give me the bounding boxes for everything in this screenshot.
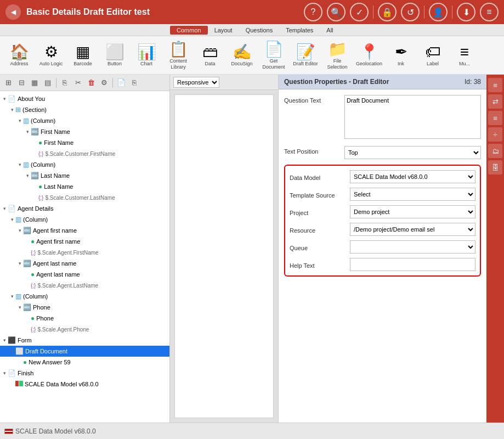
tree-node-finish[interactable]: ▾ 📄 Finish [0, 368, 169, 379]
tab-common[interactable]: Common [170, 26, 208, 35]
tree-node-phone-input[interactable]: ● Phone [0, 313, 169, 324]
toolbar-geolocation[interactable]: 📍 Geolocation [353, 38, 385, 72]
tree-node-phone-code[interactable]: {;} $.Scale.Agent.Phone [0, 324, 169, 335]
refresh-button[interactable]: ↺ [401, 3, 420, 21]
tree-node-lastname-input[interactable]: ● Last Name [0, 181, 169, 192]
toolbar-chart[interactable]: 📊 Chart [131, 38, 162, 72]
tree-node-about-you[interactable]: ▾ 📄 About You [0, 93, 169, 104]
search-button[interactable]: 🔍 [327, 3, 346, 21]
tree-node-firstname-label[interactable]: ▾ 🔤 First Name [0, 126, 169, 137]
tree-node-agentfirst-input[interactable]: ● Agent first name [0, 236, 169, 247]
arrow-column2[interactable]: ▾ [16, 162, 23, 167]
tree-node-column3[interactable]: ▾ ▥ (Column) [0, 214, 169, 225]
toolbar-autologic[interactable]: ⚙ Auto Logic [35, 38, 67, 72]
fr-btn-6[interactable]: 🗄 [488, 160, 502, 175]
tab-questions[interactable]: Questions [239, 26, 280, 35]
download-button[interactable]: ⬇ [457, 3, 475, 21]
lock-button[interactable]: 🔒 [378, 3, 397, 21]
menu-button[interactable]: ≡ [480, 3, 499, 21]
tab-all[interactable]: All [320, 26, 339, 35]
check-button[interactable]: ✓ [350, 3, 369, 21]
toolbar-barcode[interactable]: ▦ Barcode [67, 38, 99, 72]
delete-btn[interactable]: 🗑 [85, 77, 97, 89]
arrow-about-you[interactable]: ▾ [1, 96, 8, 102]
arrow-agent-details[interactable]: ▾ [1, 206, 8, 211]
tree-node-agent-details[interactable]: ▾ 📄 Agent Details [0, 203, 169, 214]
text-position-select[interactable]: Top Left Right Bottom None [344, 146, 481, 159]
arrow-agentfirst-label[interactable]: ▾ [16, 228, 23, 233]
toolbar-draft-editor[interactable]: 📝 Draft Editor [290, 38, 321, 72]
fr-btn-1[interactable]: ≡ [488, 78, 502, 92]
tree-node-form[interactable]: ▾ ⬛ Form [0, 335, 169, 346]
tree-node-phone-label[interactable]: ▾ 🔤 Phone [0, 302, 169, 313]
tab-layout[interactable]: Layout [208, 26, 239, 35]
tree-node-draft-document[interactable]: ▾ ⬜ Draft Document [0, 346, 169, 357]
toolbar-data[interactable]: 🗃 Data [194, 38, 226, 72]
tree-node-column1[interactable]: ▾ ▥ (Column) [0, 115, 169, 126]
user-button[interactable]: 👤 [429, 3, 448, 21]
question-text-input[interactable] [344, 95, 481, 139]
toolbar-get-document[interactable]: 📄 Get Document [258, 38, 290, 72]
arrow-section1[interactable]: ▾ [9, 107, 15, 112]
responsive-select[interactable]: Responsive Desktop Tablet Mobile [173, 77, 219, 88]
tree-node-agentfirst-label[interactable]: ▾ 🔤 Agent first name [0, 225, 169, 236]
tree-view1[interactable]: ▦ [29, 77, 41, 89]
settings-btn[interactable]: ⚙ [98, 77, 110, 89]
tree-node-datamodel[interactable]: SCALE Data Model v68.0.0 [0, 379, 169, 390]
tree-node-column2[interactable]: ▾ ▥ (Column) [0, 159, 169, 170]
arrow-column4[interactable]: ▾ [9, 294, 15, 299]
copy-btn[interactable]: ⎘ [59, 77, 71, 89]
tree-node-agentlast-code[interactable]: {;} $.Scale.Agent.LastName [0, 280, 169, 291]
tree-node-section1[interactable]: ▾ ⊞ (Section) [0, 104, 169, 115]
arrow-agentlast-label[interactable]: ▾ [16, 261, 23, 266]
arrow-draft-document[interactable]: ▾ [9, 348, 15, 354]
tab-templates[interactable]: Templates [279, 26, 320, 35]
arrow-column1[interactable]: ▾ [16, 118, 23, 123]
fr-btn-2[interactable]: ⇄ [488, 94, 502, 109]
tree-node-agentfirst-code[interactable]: {;} $.Scale.Agent.FirstName [0, 247, 169, 258]
copy2-btn[interactable]: ⎘ [128, 77, 140, 89]
cut-btn[interactable]: ✂ [72, 77, 84, 89]
toolbar-button[interactable]: ⬜ Button [99, 38, 131, 72]
arrow-phone-label[interactable]: ▾ [16, 305, 23, 310]
tree-collapse-all[interactable]: ⊟ [15, 77, 27, 89]
resource-select[interactable]: /Demo project/Demo email sel [350, 223, 475, 236]
tree-node-agentlast-input[interactable]: ● Agent last name [0, 269, 169, 280]
toolbar-docusign[interactable]: ✍ DocuSign [226, 38, 258, 72]
highlighted-section: Data Model SCALE Data Model v68.0.0 Temp… [284, 165, 481, 277]
tree-view2[interactable]: ▤ [42, 77, 54, 89]
toolbar-address[interactable]: 🏠 Address [3, 38, 35, 72]
tree-node-agentlast-label[interactable]: ▾ 🔤 Agent last name [0, 258, 169, 269]
toolbar-label[interactable]: 🏷 Label [417, 38, 449, 72]
fr-btn-4[interactable]: ÷ [488, 127, 502, 142]
tree-node-lastname-label[interactable]: ▾ 🔤 Last Name [0, 170, 169, 181]
project-select[interactable]: Demo project [350, 205, 475, 218]
arrow-lastname-label[interactable]: ▾ [24, 173, 31, 178]
tree-node-lastname-code[interactable]: {;} $.Scale.Customer.LastName [0, 192, 169, 203]
arrow-form[interactable]: ▾ [1, 337, 8, 343]
queue-select[interactable] [350, 240, 475, 254]
label-new-answer: New Answer 59 [29, 359, 70, 365]
arrow-firstname-label[interactable]: ▾ [24, 129, 31, 134]
template-source-row: Template Source Select [290, 188, 475, 201]
arrow-finish[interactable]: ▾ [1, 370, 8, 376]
back-button[interactable]: ◀ [5, 4, 21, 20]
data-model-select[interactable]: SCALE Data Model v68.0.0 [350, 170, 475, 183]
toolbar-content-library[interactable]: 📋 Content Library [162, 38, 194, 72]
tree-node-firstname-code[interactable]: {;} $.Scale.Customer.FirstName [0, 148, 169, 159]
tree-node-firstname-input[interactable]: ● First Name [0, 137, 169, 148]
toolbar-more[interactable]: ≡ Mu... [449, 38, 480, 72]
toolbar-file-selection[interactable]: 📁 File Selection [321, 38, 353, 72]
help-text-input[interactable] [350, 258, 475, 271]
fr-btn-5[interactable]: 🗂 [488, 144, 502, 158]
status-datamodel-text: SCALE Data Model v68.0.0 [15, 427, 96, 435]
arrow-column3[interactable]: ▾ [9, 217, 15, 222]
help-button[interactable]: ? [304, 3, 322, 21]
toolbar-ink[interactable]: ✒ Ink [385, 38, 417, 72]
pages-btn[interactable]: 📄 [115, 77, 127, 89]
template-source-select[interactable]: Select [350, 188, 475, 201]
tree-node-column4[interactable]: ▾ ▥ (Column) [0, 291, 169, 302]
tree-expand-all[interactable]: ⊞ [2, 77, 14, 89]
tree-node-new-answer[interactable]: ● New Answer 59 [0, 357, 169, 368]
fr-btn-3[interactable]: ≡ [488, 111, 502, 125]
